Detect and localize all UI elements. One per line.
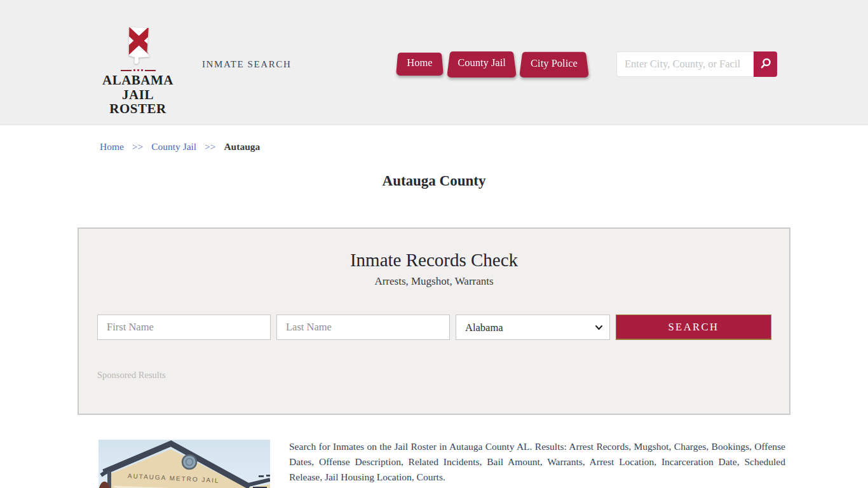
inmate-search-tagline: INMATE SEARCH bbox=[202, 59, 291, 70]
nav-county-jail-label: County Jail bbox=[458, 57, 506, 69]
breadcrumb: Home >> County Jail >> Autauga bbox=[100, 141, 260, 152]
sponsored-results-label: Sponsored Results bbox=[97, 370, 166, 381]
last-name-input[interactable] bbox=[276, 315, 450, 340]
search-icon bbox=[759, 57, 772, 72]
records-panel-subtitle: Arrests, Mugshot, Warrants bbox=[79, 275, 789, 288]
logo-title-line2: JAIL ROSTER bbox=[95, 88, 180, 116]
header: ALABAMA JAIL ROSTER INMATE SEARCH Home C… bbox=[0, 0, 868, 125]
breadcrumb-current: Autauga bbox=[224, 141, 260, 152]
jail-photo: AUTAUGA METRO JAIL bbox=[98, 440, 270, 488]
logo-title-line1: ALABAMA bbox=[95, 73, 180, 88]
state-select[interactable]: Alabama bbox=[456, 315, 610, 340]
records-panel-title: Inmate Records Check bbox=[79, 250, 789, 271]
breadcrumb-link-county-jail[interactable]: County Jail bbox=[151, 141, 196, 152]
nav-city-police-button[interactable]: City Police bbox=[519, 49, 589, 78]
alabama-state-flag-icon bbox=[95, 25, 180, 66]
state-select-wrap: Alabama bbox=[456, 315, 610, 340]
facility-search-input[interactable] bbox=[616, 51, 754, 77]
alabama-jail-roster-logo[interactable]: ALABAMA JAIL ROSTER bbox=[95, 25, 180, 116]
first-name-input[interactable] bbox=[97, 315, 271, 340]
facility-search-bar bbox=[616, 51, 777, 77]
page-title: Autauga County bbox=[0, 173, 868, 189]
breadcrumb-separator: >> bbox=[132, 141, 143, 152]
records-search-button[interactable]: SEARCH bbox=[616, 315, 771, 340]
inmate-records-panel: Inmate Records Check Arrests, Mugshot, W… bbox=[78, 227, 790, 415]
nav-city-police-label: City Police bbox=[531, 57, 578, 69]
nav-home-button[interactable]: Home bbox=[396, 50, 444, 76]
facility-search-submit[interactable] bbox=[754, 51, 777, 77]
records-search-form: Alabama SEARCH bbox=[97, 315, 771, 340]
logo-divider bbox=[95, 69, 180, 71]
nav-home-label: Home bbox=[407, 57, 432, 69]
breadcrumb-separator: >> bbox=[205, 141, 215, 152]
nav-county-jail-button[interactable]: County Jail bbox=[447, 48, 517, 78]
jail-description: Search for Inmates on the Jail Roster in… bbox=[289, 439, 785, 484]
breadcrumb-link-home[interactable]: Home bbox=[100, 141, 124, 152]
